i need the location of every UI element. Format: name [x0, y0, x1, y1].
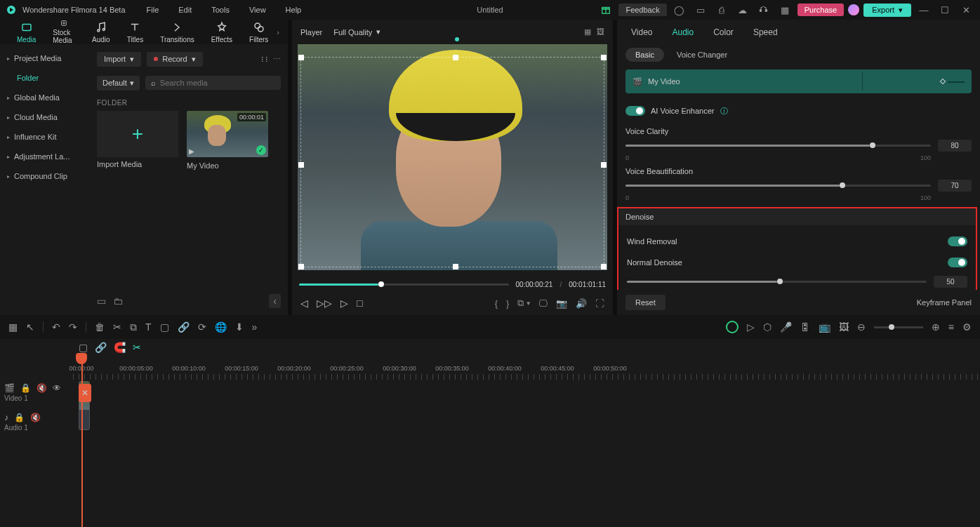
close-button[interactable]: ✕	[958, 1, 974, 18]
reset-button[interactable]: Reset	[625, 295, 666, 310]
user-avatar[interactable]	[848, 4, 859, 15]
tl-view-icon[interactable]: ▢	[79, 342, 88, 353]
split-marker-icon[interactable]: ✕	[79, 384, 91, 402]
zoom-slider[interactable]	[874, 326, 923, 328]
import-media-tile[interactable]: +	[97, 111, 178, 157]
frame-icon[interactable]: ▢	[160, 321, 169, 333]
tabs-more-icon[interactable]: ›	[277, 28, 279, 36]
export-button[interactable]: Export▾	[863, 4, 911, 17]
tl-link-icon[interactable]: 🔗	[95, 342, 107, 353]
minimize-button[interactable]: —	[915, 1, 932, 18]
sidebar-item-compound-clip[interactable]: ▸Compound Clip	[0, 166, 90, 186]
playhead-marker-icon[interactable]	[76, 353, 87, 364]
globe-icon[interactable]: 🌐	[215, 321, 227, 333]
download-icon[interactable]: ⬇	[235, 321, 244, 333]
ratio-icon[interactable]: ⧉ ▾	[517, 298, 530, 309]
headphones-icon[interactable]: 🎧︎	[755, 1, 772, 18]
voice-clarity-slider[interactable]	[625, 145, 931, 147]
menu-file[interactable]: File	[140, 3, 166, 17]
marker-icon[interactable]: ⬡	[763, 321, 772, 333]
snapshot-icon[interactable]: 📷	[556, 298, 567, 309]
lock-icon[interactable]: 🔒	[14, 413, 25, 422]
sort-dropdown[interactable]: Default▾	[97, 76, 140, 91]
footer-box-icon[interactable]: ▭	[97, 295, 106, 307]
prev-frame-button[interactable]: ◁	[300, 298, 308, 309]
prop-tab-speed[interactable]: Speed	[753, 27, 778, 37]
gift-icon[interactable]	[597, 1, 614, 18]
tab-titles[interactable]: Titles	[119, 20, 152, 44]
keyframe-diamond-icon[interactable]	[940, 79, 946, 84]
tab-filters[interactable]: Filters	[241, 20, 277, 44]
wind-removal-toggle[interactable]	[948, 236, 967, 246]
keyframe-panel-button[interactable]: Keyframe Panel	[917, 298, 972, 307]
apps-icon[interactable]: ▦	[776, 1, 793, 18]
tab-transitions[interactable]: Transitions	[152, 20, 203, 44]
play-back-button[interactable]: ▷▷	[317, 298, 332, 309]
mic-icon[interactable]: 🎤	[780, 321, 792, 333]
filter-icon[interactable]: ⫶⫶	[260, 55, 269, 64]
volume-icon[interactable]: 🔊	[576, 298, 587, 309]
info-icon[interactable]: ⓘ	[720, 106, 728, 116]
mark-in-icon[interactable]: {	[495, 298, 498, 309]
redo-icon[interactable]: ↷	[69, 321, 77, 333]
mute-icon[interactable]: 🔇	[37, 383, 47, 393]
stop-button[interactable]: □	[357, 298, 362, 309]
video-track-header[interactable]: 🎬 🔒 🔇 👁 Video 1	[0, 381, 73, 411]
track-options-icon[interactable]: ≡	[948, 321, 954, 333]
ai-enhancer-toggle[interactable]	[625, 106, 645, 116]
quality-dropdown[interactable]: Full Quality▾	[333, 27, 380, 36]
maximize-button[interactable]: ☐	[936, 1, 953, 18]
prop-tab-audio[interactable]: Audio	[672, 27, 694, 37]
media-clip[interactable]: 00:00:01 ▶ ✓ My Video	[187, 111, 268, 170]
playback-scrubber[interactable]	[299, 283, 509, 286]
tab-stock-media[interactable]: Stock Media	[44, 20, 84, 44]
search-input[interactable]: ⌕	[145, 76, 281, 90]
tl-cut-icon[interactable]: ✂	[133, 342, 141, 353]
voice-beaut-value[interactable]: 70	[938, 180, 972, 192]
footer-folder-icon[interactable]: 🗀	[113, 295, 123, 307]
playhead-icon[interactable]: ▷	[747, 321, 755, 333]
record-indicator-icon[interactable]: ◯	[671, 1, 688, 18]
audio-track-header[interactable]: ♪ 🔒 🔇 Audio 1	[0, 411, 73, 440]
tab-audio[interactable]: Audio	[84, 20, 119, 44]
mixer-icon[interactable]: 🎛	[800, 321, 810, 333]
record-button[interactable]: Record▾	[147, 52, 202, 67]
timeline-grid[interactable]: ▢ 🔗 🧲 ✂ 00:00:00 00:00:05:00 00:00:10:00…	[73, 339, 980, 527]
zoom-in-icon[interactable]: ⊕	[932, 321, 940, 333]
subtab-basic[interactable]: Basic	[625, 48, 664, 62]
play-button[interactable]: ▷	[340, 298, 348, 309]
subtab-voice-changer[interactable]: Voice Changer	[677, 51, 727, 59]
preview-viewport[interactable]	[298, 44, 607, 270]
menu-help[interactable]: Help	[279, 3, 309, 17]
collapse-sidebar-icon[interactable]: ‹	[269, 294, 281, 308]
denoise-header[interactable]: Denoise	[618, 208, 976, 225]
menu-tools[interactable]: Tools	[204, 3, 237, 17]
time-ruler[interactable]: 00:00:00 00:00:05:00 00:00:10:00 00:00:1…	[73, 357, 980, 380]
menu-view[interactable]: View	[242, 3, 273, 17]
clip-indicator[interactable]: 🎬 My Video	[625, 69, 972, 93]
more-icon[interactable]: ⋯	[273, 55, 281, 64]
lock-icon[interactable]: 🔒	[20, 383, 31, 393]
prop-tab-color[interactable]: Color	[713, 27, 734, 37]
voice-clarity-value[interactable]: 80	[938, 140, 972, 152]
normal-denoise-slider[interactable]	[627, 281, 927, 283]
purchase-button[interactable]: Purchase	[797, 4, 844, 16]
tv-icon[interactable]: 📺	[819, 321, 830, 333]
save-icon[interactable]: ⎙	[713, 1, 730, 18]
display-icon[interactable]: 🖵	[538, 298, 548, 309]
mark-out-icon[interactable]: }	[506, 298, 509, 309]
normal-denoise-toggle[interactable]	[948, 258, 967, 267]
sidebar-item-cloud-media[interactable]: ▸Cloud Media	[0, 107, 90, 127]
pointer-tool-icon[interactable]: ▦	[8, 321, 18, 333]
sidebar-item-project-media[interactable]: ▸Project Media	[0, 48, 90, 68]
fullscreen-icon[interactable]: ⛶	[595, 298, 604, 309]
sidebar-item-folder[interactable]: Folder	[0, 68, 90, 88]
link-icon[interactable]: 🔗	[178, 321, 190, 333]
rotate-icon[interactable]: ⟳	[198, 321, 206, 333]
render-status-icon[interactable]	[726, 321, 739, 333]
tab-media[interactable]: Media	[8, 20, 44, 44]
visibility-icon[interactable]: 👁	[53, 383, 61, 393]
voice-beaut-slider[interactable]	[625, 185, 931, 187]
playhead-line[interactable]	[81, 357, 83, 527]
sidebar-item-influence-kit[interactable]: ▸Influence Kit	[0, 127, 90, 147]
